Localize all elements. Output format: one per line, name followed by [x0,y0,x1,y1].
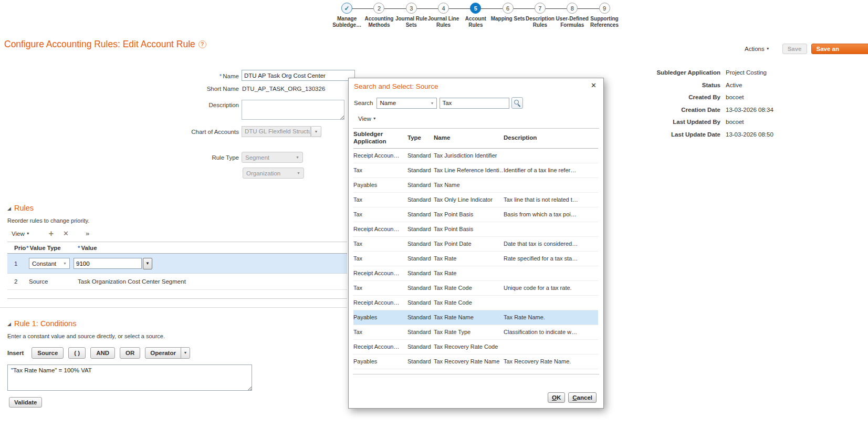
stepper-label: Account Rules [458,16,493,28]
stepper-circle[interactable]: ✓ 6 [503,3,514,14]
source-row[interactable]: Tax Standard Tax Rate Code Unique code f… [353,281,598,296]
search-button[interactable] [511,97,523,109]
rules-section-header[interactable]: ◢Rules [7,204,34,212]
short-name-value: DTU_AP_TASK_ORG_130326 [242,86,325,92]
stepper-step[interactable]: ✓ 8 User-Defined Formulas [556,1,588,28]
source-name-cell: Tax Recovery Rate Code [434,343,504,350]
chevron-down-icon: ▼ [26,232,30,235]
rules-table: Prio *Value Type *Value 1 Constant ▼ ▼ 2… [7,242,347,299]
rules-view-menu[interactable]: View▼ [12,231,30,237]
source-app-cell: Tax [353,329,407,335]
source-row[interactable]: Tax Standard Tax Line Reference Identi… … [353,163,598,178]
source-row[interactable]: Tax Standard Tax Point Basis Basis from … [353,207,598,222]
value-column-header: *Value [74,245,347,251]
stepper-circle[interactable]: ✓ 5 [470,3,481,14]
source-type-cell: Standard [407,182,434,188]
stepper-step[interactable]: ✓ 2 Accounting Methods [363,1,395,28]
save-and-button[interactable]: Save an [811,44,868,54]
insert-operator-button[interactable]: Operator [145,348,181,358]
stepper-circle[interactable]: ✓ 1 [341,3,352,14]
rule-row-1[interactable]: 1 Constant ▼ ▼ [7,254,347,274]
results-table-header: Subledger Application Type Name Descript… [353,131,598,149]
search-input[interactable] [440,98,509,109]
add-row-icon[interactable]: + [49,230,54,237]
source-row[interactable]: Tax Standard Tax Rate Type Classificatio… [353,325,598,340]
help-icon[interactable]: ? [198,40,206,48]
validate-button[interactable]: Validate [9,397,42,408]
insert-parentheses-button[interactable]: ( ) [68,347,86,359]
actions-menu[interactable]: Actions▼ [745,46,770,52]
stepper-step[interactable]: ✓ 3 Journal Rule Sets [395,1,427,28]
chart-of-accounts-field[interactable]: DTU GL Flexfield Structure [242,126,311,137]
source-row[interactable]: Payables Standard Tax Rate Name Tax Rate… [353,310,598,325]
source-row[interactable]: Receipt Accoun… Standard Tax Rate Code [353,296,598,310]
dialog-view-menu[interactable]: View▼ [358,116,377,122]
source-row[interactable]: Payables Standard Tax Recovery Rate Name… [353,355,598,369]
source-row[interactable]: Tax Standard Tax Only Line Indicator Tax… [353,193,598,207]
source-app-cell: Payables [353,358,407,364]
stepper-step[interactable]: ✓ 6 Mapping Sets [491,1,524,28]
rule-type-select[interactable]: Segment ▼ [242,152,303,163]
condition-expression-textarea[interactable]: "Tax Rate Name" = 100% VAT [7,364,252,391]
chevron-down-icon: ▼ [296,155,299,159]
stepper-circle[interactable]: ✓ 2 [373,3,384,14]
search-field-select[interactable]: Name ▼ [377,98,437,109]
insert-operator-split-button[interactable]: Operator ▼ [145,347,190,359]
source-row[interactable]: Tax Standard Tax Rate Rate specified for… [353,252,598,266]
stepper-step[interactable]: ✓ 4 Journal Line Rules [427,1,459,28]
delete-row-icon[interactable]: ✕ [63,230,69,237]
source-row[interactable]: Tax Standard Tax Point Date Date that ta… [353,237,598,252]
actions-menu-label: Actions [745,46,765,52]
stepper-circle[interactable]: ✓ 4 [438,3,449,14]
rule-prio-cell: 1 [7,261,26,267]
stepper-circle[interactable]: ✓ 9 [599,3,610,14]
insert-and-button[interactable]: AND [90,347,115,359]
chevron-down-icon: ▼ [145,261,150,266]
rule-row-2[interactable]: 2 Source Task Organization Cost Center S… [7,274,347,290]
stepper-step[interactable]: ✓ 9 Supporting References [588,1,620,28]
stepper-step[interactable]: ✓ 1 Manage Subledge… [331,1,363,28]
stepper-circle[interactable]: ✓ 7 [535,3,546,14]
rule-type-sub-select[interactable]: Organization ▼ [243,168,304,179]
stepper-number: 5 [474,5,477,12]
section-divider [0,307,347,308]
page-title-text: Configure Accounting Rules: Edit Account… [4,39,195,49]
chart-of-accounts-label: Chart of Accounts [160,129,239,135]
save-button[interactable]: Save [782,44,807,54]
source-app-cell: Receipt Accoun… [353,152,407,159]
description-textarea[interactable] [242,100,344,120]
insert-source-button[interactable]: Source [32,347,64,359]
toolbar-overflow-icon[interactable]: » [86,230,89,237]
name-input[interactable] [242,70,355,81]
source-row[interactable]: Receipt Accoun… Standard Tax Point Basis [353,222,598,237]
source-row[interactable]: Receipt Accoun… Standard Tax Rate [353,266,598,281]
stepper-step[interactable]: ✓ 7 Description Rules [524,1,556,28]
summary-value: 13-03-2026 08:34 [726,107,773,119]
summary-label: Status [656,82,720,95]
source-row[interactable]: Receipt Accoun… Standard Tax Recovery Ra… [353,340,598,355]
insert-or-button[interactable]: OR [120,347,140,359]
stepper-number: 8 [571,5,574,12]
rule-type-sub-value: Organization [246,170,280,176]
dialog-title: Search and Select: Source [354,82,438,90]
stepper-circle[interactable]: ✓ 3 [406,3,417,14]
source-name-cell: Tax Point Basis [434,226,504,232]
source-desc-cell: Basis from which a tax poi… [504,211,598,217]
source-row[interactable]: Payables Standard Tax Name [353,178,598,193]
page-title: Configure Accounting Rules: Edit Account… [4,39,206,50]
close-icon[interactable]: ✕ [591,81,597,89]
dialog-footer: OK Cancel [548,392,597,403]
value-type-select[interactable]: Constant ▼ [29,258,70,269]
source-row[interactable]: Receipt Accoun… Standard Tax Jurisdictio… [353,149,598,163]
ok-button[interactable]: OK [548,392,565,403]
cancel-button[interactable]: Cancel [568,392,597,403]
operator-dropdown-arrow[interactable]: ▼ [181,348,190,358]
summary-label: Last Update Date [656,131,720,144]
stepper-circle[interactable]: ✓ 8 [567,3,578,14]
value-lov-button[interactable]: ▼ [143,258,152,269]
rule-value-input[interactable] [74,258,142,269]
stepper-step[interactable]: ✓ 5 Account Rules [459,1,491,28]
conditions-section-header[interactable]: ◢Rule 1: Conditions [7,319,76,328]
chart-of-accounts-dropdown-button[interactable]: ▼ [311,126,321,137]
source-type-cell: Standard [407,270,434,276]
